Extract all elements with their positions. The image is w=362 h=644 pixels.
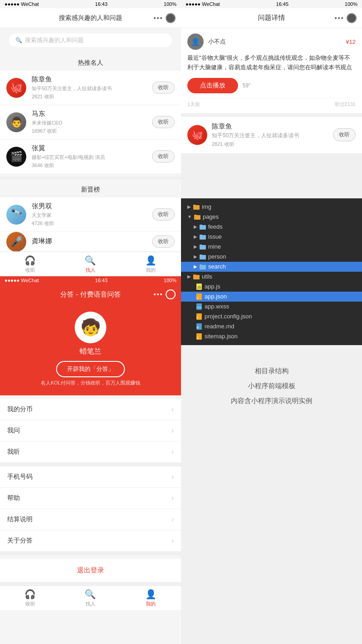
play-button[interactable]: 点击播放 bbox=[187, 78, 238, 93]
file-name: app.wxss bbox=[205, 303, 229, 310]
nav-label-mine: 我的 bbox=[146, 267, 156, 274]
svg-text:{}: {} bbox=[197, 296, 199, 299]
follow-button[interactable]: 收听 bbox=[152, 208, 175, 221]
nav-item-find[interactable]: 🔍 找人 bbox=[60, 255, 120, 274]
nav-item-mine2[interactable]: 👤 我的 bbox=[121, 589, 181, 607]
question-nav-title: 问题详情 bbox=[258, 14, 285, 22]
chevron-right-icon: › bbox=[171, 494, 174, 502]
logout-section[interactable]: 退出登录 bbox=[0, 559, 181, 582]
file-tree-item-appjson[interactable]: {} app.json bbox=[181, 292, 362, 302]
file-tree-item-issue[interactable]: ▶ issue bbox=[181, 232, 362, 242]
follow-button[interactable]: 收听 bbox=[152, 82, 175, 94]
person-name: 马东 bbox=[32, 110, 152, 118]
nav-item-find2[interactable]: 🔍 找人 bbox=[60, 589, 120, 607]
person-follow-button[interactable]: 收听 bbox=[333, 128, 356, 141]
person-card-answer: 🐙 陈章鱼 知乎50万关注签主，人扯就读多读书 2821 收听 收听 bbox=[181, 117, 362, 153]
file-tree-item-appjs[interactable]: JS app.js bbox=[181, 282, 362, 292]
person-name: 龚琳娜 bbox=[32, 237, 152, 245]
folder-icon bbox=[199, 223, 206, 231]
folder-icon bbox=[199, 253, 206, 260]
menu-label: 我问 bbox=[7, 427, 20, 435]
answer-price: ¥12 bbox=[346, 38, 356, 45]
file-tree-item-projectconfig[interactable]: {} project.config.json bbox=[181, 312, 362, 322]
file-tree-item-person[interactable]: ▶ person bbox=[181, 252, 362, 262]
time-profile: 16:43 bbox=[95, 278, 108, 283]
file-tree-item-pages[interactable]: ▼ pages bbox=[181, 212, 362, 222]
record-btn-profile[interactable] bbox=[166, 289, 176, 299]
headphone-icon2: 🎧 bbox=[24, 589, 36, 600]
follow-button[interactable]: 收听 bbox=[152, 116, 175, 128]
file-name: project.config.json bbox=[205, 313, 252, 320]
nav-item-mine[interactable]: 👤 我的 bbox=[121, 255, 181, 274]
record-btn-question[interactable] bbox=[347, 13, 357, 23]
menu-item-about[interactable]: 关于分答 › bbox=[0, 530, 181, 552]
person-followers: 2821 收听 bbox=[32, 93, 152, 100]
search-nav-icon2: 🔍 bbox=[85, 589, 96, 600]
person-card-info: 陈章鱼 知乎50万关注签主，人扯就读多读书 2821 收听 bbox=[212, 122, 329, 148]
person-item[interactable]: 🐙 陈章鱼 知乎50万关注签主，人扯就读多读书 2821 收听 收听 bbox=[0, 71, 181, 105]
person-item[interactable]: 🎤 龚琳娜 收听 bbox=[0, 232, 181, 252]
nav-dots-question[interactable] bbox=[335, 17, 343, 19]
search-nav-bar: 搜索感兴趣的人和问题 bbox=[0, 8, 181, 28]
menu-item-phone[interactable]: 手机号码 › bbox=[0, 466, 181, 488]
chevron-right-icon: › bbox=[171, 405, 174, 413]
search-input[interactable]: 🔍 搜索感兴趣的人和问题 bbox=[9, 34, 172, 47]
nav-dots-profile[interactable] bbox=[154, 293, 162, 295]
nav-dots-btn[interactable] bbox=[154, 17, 162, 19]
card-divider bbox=[181, 113, 362, 117]
folder-icon bbox=[193, 273, 200, 280]
status-bar-profile: ●●●●● WeChat 16:43 100% bbox=[0, 276, 181, 284]
folder-icon bbox=[193, 203, 200, 211]
person-item[interactable]: 👨 马东 米未传媒CEO 18967 收听 收听 bbox=[0, 105, 181, 139]
js-file-icon: JS bbox=[195, 283, 203, 290]
file-tree-item-appwxss[interactable]: CSS app.wxss bbox=[181, 302, 362, 312]
profile-nav-actions bbox=[154, 289, 176, 299]
record-btn[interactable] bbox=[166, 13, 176, 23]
nav-item-listen2[interactable]: 🎧 收听 bbox=[0, 589, 60, 607]
menu-item-coins[interactable]: 我的分币 › bbox=[0, 399, 181, 420]
annotation-line-1: 相目录结构 bbox=[190, 363, 353, 378]
battery-left-1: 100% bbox=[164, 1, 176, 7]
open-fenda-button[interactable]: 开辟我的「分答」 bbox=[56, 361, 125, 377]
menu-item-help[interactable]: 帮助 › bbox=[0, 488, 181, 509]
person-desc: 天文学家 bbox=[32, 212, 152, 219]
file-tree-item-utils[interactable]: ▶ utils bbox=[181, 272, 362, 282]
svg-text:{}: {} bbox=[197, 336, 199, 339]
menu-item-listen[interactable]: 我听 › bbox=[0, 442, 181, 463]
folder-icon bbox=[199, 243, 206, 250]
annotation-line-3: 内容含小程序演示说明实例 bbox=[190, 393, 353, 408]
search-input-area[interactable]: 🔍 搜索感兴趣的人和问题 bbox=[0, 28, 181, 53]
file-tree-item-img[interactable]: ▶ img bbox=[181, 202, 362, 212]
person-item[interactable]: 🔭 张男双 天文学家 4726 收听 收听 bbox=[0, 197, 181, 232]
follow-button[interactable]: 收听 bbox=[152, 150, 175, 163]
question-nav-actions bbox=[335, 13, 357, 23]
svg-rect-5 bbox=[200, 225, 202, 226]
status-bar-right: ●●●●● WeChat 16:45 100% bbox=[181, 0, 362, 8]
file-tree-item-readme[interactable]: ℹ️ readme.md bbox=[181, 322, 362, 332]
person-card-header: 🐙 陈章鱼 知乎50万关注签主，人扯就读多读书 2821 收听 收听 bbox=[187, 122, 356, 148]
chevron-right-icon: › bbox=[171, 515, 174, 524]
nav-item-listen[interactable]: 🎧 收听 bbox=[0, 255, 60, 274]
follow-button[interactable]: 收听 bbox=[152, 235, 175, 248]
avatar: 🎬 bbox=[6, 147, 26, 167]
person-followers: 3646 收听 bbox=[32, 162, 152, 169]
file-name: search bbox=[208, 263, 226, 270]
search-nav-title: 搜索感兴趣的人和问题 bbox=[59, 14, 122, 22]
file-tree-item-search[interactable]: ▶ search bbox=[181, 262, 362, 272]
file-tree-item-mine[interactable]: ▶ mine bbox=[181, 242, 362, 252]
file-name: mine bbox=[208, 243, 221, 250]
file-tree-item-sitemap[interactable]: {} sitemap.json bbox=[181, 332, 362, 341]
file-name: app.js bbox=[205, 283, 220, 290]
person-item[interactable]: 🎬 张翼 摄影+综艺买官+电影/电视剧 演员 3646 收听 收听 bbox=[0, 139, 181, 174]
file-tree-item-feeds[interactable]: ▶ feeds bbox=[181, 222, 362, 232]
answer-meta: 1天前 听过2131 bbox=[187, 98, 356, 108]
person-desc: 摄影+综艺买官+电影/电视剧 演员 bbox=[32, 154, 152, 161]
expand-icon: ▶ bbox=[194, 264, 197, 269]
gray-gap bbox=[181, 153, 362, 198]
search-nav-icon: 🔍 bbox=[85, 255, 96, 266]
signal-profile: ●●●●● WeChat bbox=[5, 278, 39, 283]
svg-rect-7 bbox=[200, 235, 202, 236]
menu-item-settlement[interactable]: 结算说明 › bbox=[0, 509, 181, 530]
menu-item-ask[interactable]: 我问 › bbox=[0, 420, 181, 442]
expand-icon: ▶ bbox=[187, 274, 191, 279]
